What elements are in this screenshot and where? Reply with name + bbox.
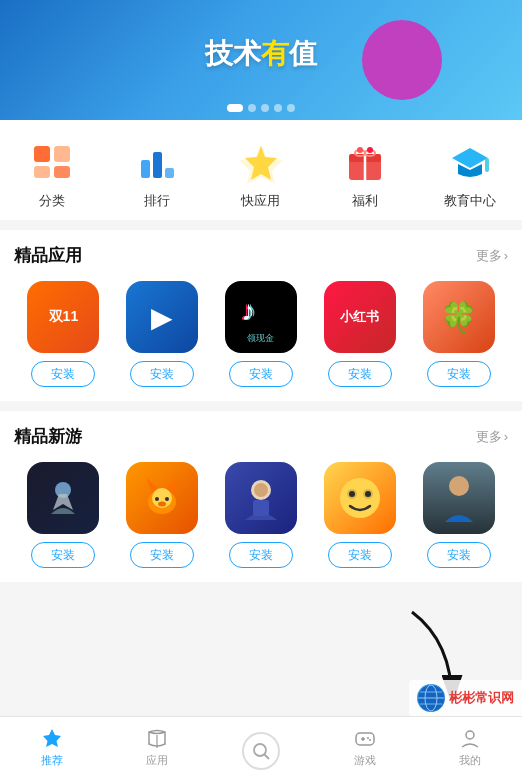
app-item-tiktok: ♪ ♪ ♪ 领现金 安装 — [212, 281, 311, 391]
app-install-tiktok[interactable]: 安装 — [229, 361, 293, 387]
nav-item-fuli[interactable]: 福利 — [325, 138, 405, 210]
game-install-girl[interactable]: 安装 — [427, 542, 491, 568]
svg-point-15 — [367, 147, 373, 153]
game-install-dark[interactable]: 安装 — [31, 542, 95, 568]
svg-point-14 — [357, 147, 363, 153]
dot-4[interactable] — [274, 104, 282, 112]
nav-label-fenlei: 分类 — [39, 192, 65, 210]
featured-games-row: 安装 安装 — [14, 462, 508, 572]
bottom-nav-games[interactable]: 游戏 — [313, 726, 417, 768]
game-install-fox[interactable]: 安装 — [130, 542, 194, 568]
nav-label-kuaiyingyong: 快应用 — [241, 192, 280, 210]
search-center-icon — [242, 732, 280, 770]
svg-point-22 — [158, 502, 166, 507]
svg-marker-38 — [43, 729, 61, 747]
fuli-icon — [341, 138, 389, 186]
nav-item-jiaoyuzhongxin[interactable]: 教育中心 — [430, 138, 510, 210]
svg-point-30 — [363, 489, 373, 499]
nav-label-jiaoyuzhongxin: 教育中心 — [444, 192, 496, 210]
featured-apps-row: 双11 安装 ▶ 安装 ♪ ♪ ♪ 领现金 安装 小红书 安装 — [14, 281, 508, 391]
app-item-youku: ▶ 安装 — [113, 281, 212, 391]
svg-rect-6 — [165, 168, 174, 178]
svg-rect-5 — [153, 152, 162, 178]
app-icon-taobao[interactable]: 双11 — [27, 281, 99, 353]
featured-apps-section: 精品应用 更多 › 双11 安装 ▶ 安装 ♪ ♪ ♪ 领现金 — [0, 230, 522, 401]
svg-rect-4 — [141, 160, 150, 178]
nav-label-paihang: 排行 — [144, 192, 170, 210]
app-icon-xiaohongshu[interactable]: 小红书 — [324, 281, 396, 353]
game-item-emoji: 安装 — [310, 462, 409, 572]
svg-rect-25 — [253, 500, 269, 516]
featured-apps-more[interactable]: 更多 › — [476, 247, 508, 265]
svg-point-31 — [449, 476, 469, 496]
quick-nav: 分类 排行 快应用 — [0, 120, 522, 220]
game-item-dark: 安装 — [14, 462, 113, 572]
featured-games-more[interactable]: 更多 › — [476, 428, 508, 446]
app-item-taobao: 双11 安装 — [14, 281, 113, 391]
svg-rect-3 — [54, 166, 70, 178]
paihang-icon — [133, 138, 181, 186]
featured-apps-title: 精品应用 — [14, 244, 82, 267]
dot-1[interactable] — [227, 104, 243, 112]
banner-text: 技术有值 — [205, 35, 317, 73]
nav-label-fuli: 福利 — [352, 192, 378, 210]
svg-point-46 — [369, 739, 371, 741]
recommend-icon — [40, 726, 64, 750]
game-install-emoji[interactable]: 安装 — [328, 542, 392, 568]
bottom-nav-label-recommend: 推荐 — [41, 753, 63, 768]
svg-point-29 — [347, 489, 357, 499]
watermark-globe-icon — [417, 684, 445, 712]
svg-point-47 — [466, 731, 474, 739]
svg-rect-16 — [485, 158, 489, 172]
app-item-xiaohongshu: 小红书 安装 — [310, 281, 409, 391]
bottom-nav-label-games: 游戏 — [354, 753, 376, 768]
dot-3[interactable] — [261, 104, 269, 112]
game-icon-fox[interactable] — [126, 462, 198, 534]
featured-games-title: 精品新游 — [14, 425, 82, 448]
dot-5[interactable] — [287, 104, 295, 112]
app-install-xiaohongshu[interactable]: 安装 — [328, 361, 392, 387]
game-install-rongyao[interactable]: 安装 — [229, 542, 293, 568]
bottom-nav: 推荐 应用 — [0, 716, 522, 776]
svg-rect-2 — [34, 166, 50, 178]
watermark-text: 彬彬常识网 — [449, 689, 514, 707]
game-item-girl: 安装 — [409, 462, 508, 572]
game-icon-emoji[interactable] — [324, 462, 396, 534]
featured-games-section: 精品新游 更多 › 安装 — [0, 411, 522, 582]
svg-point-40 — [254, 744, 266, 756]
dot-2[interactable] — [248, 104, 256, 112]
app-install-youku[interactable]: 安装 — [130, 361, 194, 387]
app-item-partial: 🍀 安装 — [409, 281, 508, 391]
app-install-taobao[interactable]: 安装 — [31, 361, 95, 387]
watermark: 彬彬常识网 — [409, 680, 522, 716]
banner-decoration — [362, 20, 442, 100]
bottom-nav-label-apps: 应用 — [146, 753, 168, 768]
svg-point-45 — [367, 737, 369, 739]
banner-dots — [227, 104, 295, 112]
app-icon-youku[interactable]: ▶ — [126, 281, 198, 353]
bottom-nav-apps[interactable]: 应用 — [104, 726, 208, 768]
game-icon-rongyao[interactable] — [225, 462, 297, 534]
featured-apps-header: 精品应用 更多 › — [14, 244, 508, 267]
game-icon-girl[interactable] — [423, 462, 495, 534]
game-icon-dark[interactable] — [27, 462, 99, 534]
svg-rect-1 — [54, 146, 70, 162]
nav-item-kuaiyingyong[interactable]: 快应用 — [221, 138, 301, 210]
svg-point-26 — [340, 478, 380, 518]
bottom-nav-mine[interactable]: 我的 — [418, 726, 522, 768]
nav-item-paihang[interactable]: 排行 — [117, 138, 197, 210]
games-icon — [353, 726, 377, 750]
kuaiyingyong-icon — [237, 138, 285, 186]
bottom-nav-recommend[interactable]: 推荐 — [0, 726, 104, 768]
svg-point-20 — [155, 497, 159, 501]
fenlei-icon — [28, 138, 76, 186]
bottom-nav-label-mine: 我的 — [459, 753, 481, 768]
game-item-rongyao: 安装 — [212, 462, 311, 572]
nav-item-fenlei[interactable]: 分类 — [12, 138, 92, 210]
featured-games-header: 精品新游 更多 › — [14, 425, 508, 448]
svg-rect-0 — [34, 146, 50, 162]
app-icon-tiktok[interactable]: ♪ ♪ ♪ 领现金 — [225, 281, 297, 353]
app-icon-partial[interactable]: 🍀 — [423, 281, 495, 353]
bottom-nav-search[interactable] — [209, 732, 313, 762]
app-install-partial[interactable]: 安装 — [427, 361, 491, 387]
